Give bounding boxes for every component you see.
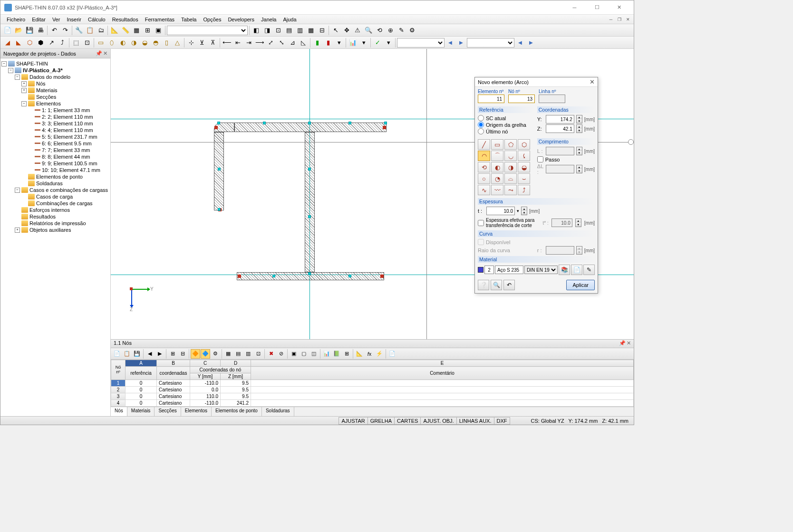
menu-calculo[interactable]: Cálculo [85, 16, 109, 23]
zoom-btn[interactable]: 🔍 [491, 280, 502, 290]
bp-c[interactable]: 💾 [132, 349, 142, 359]
data-grid[interactable]: Nónº A B C D E referência coordenadas Co… [111, 360, 634, 407]
tree-element[interactable]: 3: 3; Element 110 mm [1, 120, 109, 127]
tool-20[interactable]: ⤴ [518, 185, 530, 195]
tb-j2[interactable]: ✥ [341, 25, 352, 36]
bp-z[interactable]: 📄 [387, 349, 397, 359]
node-no-input[interactable] [508, 95, 535, 103]
t2-j1[interactable]: ⊹ [186, 38, 196, 48]
bp-j[interactable]: ⚙ [211, 349, 220, 359]
t2-a[interactable]: ◢ [2, 38, 13, 48]
menu-resultados[interactable]: Resultados [109, 16, 142, 23]
mat-edit-btn[interactable]: ✎ [583, 265, 595, 275]
menu-ajuda[interactable]: Ajuda [280, 16, 300, 23]
tab-soldaduras[interactable]: Soldaduras [262, 407, 294, 416]
bp-u[interactable]: 📗 [332, 349, 341, 359]
tb-new[interactable]: 📄 [2, 25, 13, 36]
tool-4[interactable]: ⬡ [518, 139, 530, 150]
t2-i8[interactable]: △ [172, 38, 183, 48]
tb-d[interactable]: 📐 [109, 25, 120, 36]
maximize-button[interactable]: ☐ [586, 1, 608, 14]
tb-a[interactable]: 🔧 [74, 25, 84, 36]
t2-e[interactable]: ↗ [46, 38, 57, 48]
tree-element[interactable]: 4: 4; Element 110 mm [1, 127, 109, 133]
menu-inserir[interactable]: Inserir [63, 16, 85, 23]
bp-a[interactable]: 📄 [112, 349, 122, 359]
tb-j4[interactable]: 🔍 [363, 25, 374, 36]
tool-8[interactable]: ⤹ [518, 151, 530, 161]
bp-w[interactable]: 📐 [355, 349, 364, 359]
bp-l[interactable]: ▤ [233, 349, 243, 359]
tool-rect[interactable]: ▭ [491, 139, 503, 150]
tool-16[interactable]: ⌣ [518, 173, 530, 184]
tab-nos[interactable]: Nós [111, 407, 127, 416]
bp-o[interactable]: ✖ [266, 349, 276, 359]
bp-k[interactable]: ▦ [223, 349, 233, 359]
tb-j7[interactable]: ✎ [396, 25, 406, 36]
tb-f[interactable]: ▦ [131, 25, 142, 36]
table-row[interactable]: 30Cartesiano110.09.5 [111, 393, 634, 400]
tb-j1[interactable]: ↖ [330, 25, 341, 36]
tree-element[interactable]: 10: 10; Element 47.1 mm [1, 167, 109, 173]
tb-i5[interactable]: ▥ [295, 25, 305, 36]
tool-19[interactable]: ⤳ [504, 185, 517, 195]
tool-12[interactable]: ◒ [518, 162, 530, 172]
tab-elem-ponto[interactable]: Elementos de ponto [212, 407, 262, 416]
dialog-close[interactable]: ✕ [590, 78, 595, 86]
tb-i1[interactable]: ◧ [251, 25, 261, 36]
t2-i1[interactable]: ▭ [96, 38, 106, 48]
bp-q[interactable]: ▣ [289, 349, 299, 359]
minimize-button[interactable]: ─ [564, 1, 585, 14]
bp-v[interactable]: ⊞ [342, 349, 351, 359]
tb-undo[interactable]: ↶ [49, 25, 59, 36]
reset-btn[interactable]: ↶ [503, 280, 515, 290]
tb-i6[interactable]: ▦ [306, 25, 316, 36]
tb-j3[interactable]: ⚠ [352, 25, 363, 36]
elem-no-input[interactable] [478, 95, 504, 103]
tb-b[interactable]: 📋 [85, 25, 95, 36]
menu-opcoes[interactable]: Opções [200, 16, 224, 23]
bp-y[interactable]: ⚡ [375, 349, 384, 359]
tb-c[interactable]: 🗂 [96, 25, 106, 36]
table-row[interactable]: 40Cartesiano-110.0241.2 [111, 400, 634, 407]
bp-d[interactable]: ◀ [145, 349, 155, 359]
tb-h[interactable]: ▣ [153, 25, 164, 36]
radio-last[interactable]: Último nó [478, 128, 534, 134]
sidebar-close[interactable]: ✕ [103, 50, 107, 57]
t2-n1[interactable]: ✓ [372, 38, 383, 48]
close-button[interactable]: ✕ [609, 1, 630, 14]
menu-tabela[interactable]: Tabela [178, 16, 200, 23]
tree-element[interactable]: 9: 9; Element 100.5 mm [1, 160, 109, 167]
bp-p[interactable]: ⊘ [276, 349, 286, 359]
tb-print[interactable]: 🖶 [35, 25, 46, 36]
bp-e[interactable]: ▶ [155, 349, 164, 359]
t2-f[interactable]: ⤴ [57, 38, 68, 48]
bp-h[interactable]: 🔶 [191, 349, 200, 359]
project-tree[interactable]: −SHAPE-THIN −IV-Plástico_A-3* −Dados do … [0, 58, 110, 416]
tb-save[interactable]: 💾 [24, 25, 35, 36]
t2-n2[interactable]: ▾ [383, 38, 394, 48]
tool-18[interactable]: 〰 [491, 185, 503, 195]
bp-f[interactable]: ⊞ [168, 349, 177, 359]
menu-ver[interactable]: Ver [49, 16, 64, 23]
t2-i3[interactable]: ◐ [117, 38, 128, 48]
apply-button[interactable]: Aplicar [566, 280, 595, 290]
tb-j6[interactable]: ⊕ [385, 25, 396, 36]
tool-9[interactable]: ⟲ [478, 162, 490, 172]
t2-i6[interactable]: ◓ [150, 38, 161, 48]
tb-i3[interactable]: ⊡ [273, 25, 283, 36]
tb-j5[interactable]: ⟲ [374, 25, 385, 36]
sidebar-pin[interactable]: 📌 [96, 50, 102, 57]
mdi-close[interactable]: ✕ [624, 16, 632, 23]
t2-combo2[interactable] [467, 38, 514, 48]
tb-open[interactable]: 📂 [13, 25, 24, 36]
mat-name[interactable] [495, 266, 523, 274]
tool-poly[interactable]: ⬠ [504, 139, 517, 150]
tree-element[interactable]: 8: 8; Element 44 mm [1, 153, 109, 160]
t2-k7[interactable]: ⊿ [287, 38, 298, 48]
bp-b[interactable]: 📋 [122, 349, 132, 359]
mat-lib-btn[interactable]: 📚 [559, 265, 570, 275]
t2-k6[interactable]: ⤡ [276, 38, 287, 48]
bp-n[interactable]: ⊡ [253, 349, 263, 359]
t2-i5[interactable]: ◒ [139, 38, 150, 48]
